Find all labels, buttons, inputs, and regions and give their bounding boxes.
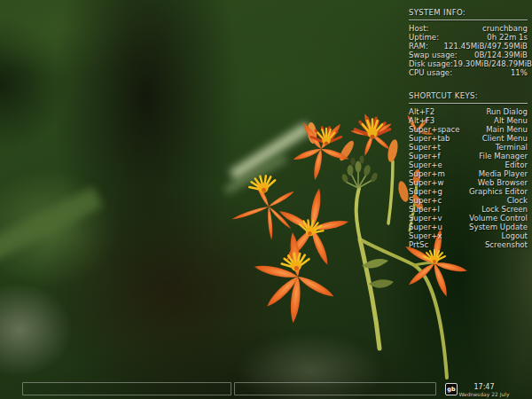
system-info-section: SYSTEM INFO: Host: crunchbang Uptime: 0h… bbox=[409, 7, 528, 77]
info-value: crunchbang bbox=[482, 24, 528, 33]
info-value: 0h 22m 1s bbox=[487, 33, 528, 42]
shortcut-row: Super+x Logout bbox=[409, 231, 528, 240]
shortcut-key: Alt+F2 bbox=[409, 107, 434, 116]
shortcut-action: Volume Control bbox=[469, 214, 528, 223]
shortcut-action: Lock Screen bbox=[481, 205, 528, 214]
shortcut-keys-section: SHORTCUT KEYS: Alt+F2 Run Dialog Alt+F3 … bbox=[409, 90, 528, 249]
info-label: RAM: bbox=[409, 42, 428, 51]
shortcut-key: Alt+F3 bbox=[409, 116, 434, 125]
shortcut-action: Main Menu bbox=[486, 125, 528, 134]
shortcut-action: Editor bbox=[505, 160, 528, 169]
shortcut-action: Graphics Editor bbox=[469, 187, 528, 196]
shortcut-action: File Manager bbox=[479, 152, 528, 160]
shortcut-row: Super+e Editor bbox=[409, 160, 528, 169]
info-value: 19.30MiB/248.79MiB bbox=[453, 59, 532, 68]
shortcut-row: Super+f File Manager bbox=[409, 152, 528, 160]
workspace-1[interactable] bbox=[22, 382, 231, 395]
shortcut-action: Terminal bbox=[496, 143, 528, 152]
shortcut-key: Super+u bbox=[409, 223, 442, 231]
shortcut-row: Super+m Media Player bbox=[409, 169, 528, 178]
shortcut-action: Clock bbox=[507, 196, 528, 205]
shortcut-row: Super+g Graphics Editor bbox=[409, 187, 528, 196]
info-value: 0B/124.39MiB bbox=[474, 51, 528, 59]
shortcut-row: Alt+F3 Alt Menu bbox=[409, 116, 528, 125]
shortcut-key: Super+w bbox=[409, 178, 443, 187]
keyboard-layout-indicator[interactable]: gb bbox=[445, 383, 458, 395]
shortcut-key: Super+space bbox=[409, 125, 460, 134]
shortcut-action: Client Menu bbox=[482, 134, 528, 143]
info-value: 11% bbox=[511, 68, 528, 77]
divider bbox=[409, 20, 528, 20]
system-info-rows: Host: crunchbang Uptime: 0h 22m 1s RAM: … bbox=[409, 24, 528, 77]
shortcut-key: Super+l bbox=[409, 205, 440, 214]
shortcut-action: Alt Menu bbox=[494, 116, 528, 125]
info-label: Swap usage: bbox=[409, 51, 458, 59]
shortcut-key: Super+v bbox=[409, 214, 442, 223]
info-label: Disk usage: bbox=[409, 59, 453, 68]
shortcut-row: Super+tab Client Menu bbox=[409, 134, 528, 143]
shortcut-key: Super+f bbox=[409, 152, 440, 160]
shortcut-row: Super+space Main Menu bbox=[409, 125, 528, 134]
shortcut-action: Logout bbox=[502, 231, 528, 240]
shortcut-key: Super+tab bbox=[409, 134, 450, 143]
shortcut-action: Media Player bbox=[479, 169, 528, 178]
system-info-title: SYSTEM INFO: bbox=[409, 7, 528, 18]
shortcut-action: System Update bbox=[469, 223, 528, 231]
shortcut-key: Super+g bbox=[409, 187, 442, 196]
shortcut-row: Alt+F2 Run Dialog bbox=[409, 107, 528, 116]
shortcut-action: Screenshot bbox=[485, 240, 528, 249]
shortcut-row: Super+u System Update bbox=[409, 223, 528, 231]
system-info-row: RAM: 121.45MiB/497.59MiB bbox=[409, 42, 528, 51]
info-value: 121.45MiB/497.59MiB bbox=[444, 42, 528, 51]
shortcut-key: Super+x bbox=[409, 231, 442, 240]
shortcut-row: Super+t Terminal bbox=[409, 143, 528, 152]
workspace-2[interactable] bbox=[234, 382, 436, 395]
system-info-row: Disk usage: 19.30MiB/248.79MiB bbox=[409, 59, 528, 68]
conky-overlay: SYSTEM INFO: Host: crunchbang Uptime: 0h… bbox=[409, 7, 528, 249]
system-info-row: CPU usage: 11% bbox=[409, 68, 528, 77]
clock[interactable]: 17:47 Wednesday 22 July bbox=[458, 383, 511, 397]
shortcut-action: Web Browser bbox=[478, 178, 528, 187]
shortcut-row: PrtSc Screenshot bbox=[409, 240, 528, 249]
shortcut-key: Super+m bbox=[409, 169, 445, 178]
clock-time: 17:47 bbox=[458, 383, 511, 391]
clock-date: Wednesday 22 July bbox=[458, 391, 511, 397]
shortcut-key: Super+e bbox=[409, 160, 442, 169]
system-info-row: Swap usage: 0B/124.39MiB bbox=[409, 51, 528, 59]
shortcut-keys-title: SHORTCUT KEYS: bbox=[409, 90, 528, 101]
shortcut-key: Super+c bbox=[409, 196, 442, 205]
shortcut-keys-rows: Alt+F2 Run Dialog Alt+F3 Alt Menu Super+… bbox=[409, 107, 528, 249]
taskbar: gb 17:47 Wednesday 22 July bbox=[0, 379, 532, 399]
shortcut-row: Super+w Web Browser bbox=[409, 178, 528, 187]
shortcut-row: Super+c Clock bbox=[409, 196, 528, 205]
info-label: CPU usage: bbox=[409, 68, 452, 77]
shortcut-key: PrtSc bbox=[409, 240, 428, 249]
info-label: Uptime: bbox=[409, 33, 439, 42]
divider bbox=[409, 103, 528, 104]
desktop: SYSTEM INFO: Host: crunchbang Uptime: 0h… bbox=[0, 0, 532, 399]
system-info-row: Host: crunchbang bbox=[409, 24, 528, 33]
info-label: Host: bbox=[409, 24, 428, 33]
system-info-row: Uptime: 0h 22m 1s bbox=[409, 33, 528, 42]
shortcut-key: Super+t bbox=[409, 143, 441, 152]
shortcut-row: Super+l Lock Screen bbox=[409, 205, 528, 214]
shortcut-row: Super+v Volume Control bbox=[409, 214, 528, 223]
shortcut-action: Run Dialog bbox=[486, 107, 528, 116]
